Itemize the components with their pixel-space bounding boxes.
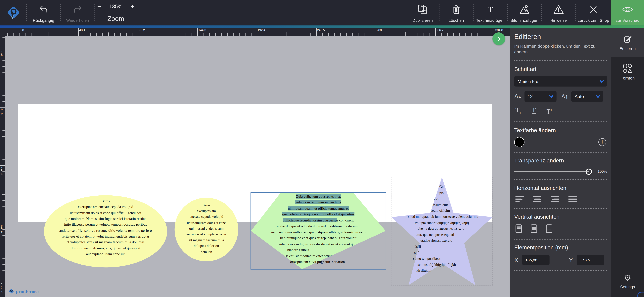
chevron-down-icon bbox=[549, 95, 553, 98]
info-icon[interactable]: i bbox=[598, 138, 606, 146]
text-line: rerite eos et autatem ut volut inusapi e… bbox=[44, 233, 167, 239]
text-line: kh dfgk hj bbox=[373, 268, 474, 274]
app-logo[interactable] bbox=[0, 0, 26, 25]
text-line: nem lab bbox=[174, 249, 238, 255]
vertical-ruler: -48.1 0.0 48.1 96.2 144.3 bbox=[0, 36, 5, 297]
zoom-in-button[interactable]: + bbox=[130, 4, 134, 9]
sidebar-collapse-button[interactable] bbox=[492, 32, 505, 45]
sidebar-tab-column: Editieren Formen ⚙ Settings bbox=[611, 28, 644, 297]
add-text-label: Text hinzufügen bbox=[476, 18, 505, 23]
pencil-square-icon bbox=[623, 34, 632, 43]
text-line: exeruptas am enecate cepuda volupid bbox=[44, 204, 167, 210]
text-line: volupta suntint qujkjkjhkhjkjkhjkhjkj bbox=[391, 220, 492, 226]
text-line: oriaspitatem et vit plignatur, cor arion bbox=[250, 259, 385, 265]
preview-button[interactable]: zur Vorschau bbox=[611, 0, 644, 25]
transparency-value: 100% bbox=[598, 170, 607, 174]
eye-icon bbox=[622, 4, 633, 15]
chevron-right-icon bbox=[497, 36, 501, 41]
selected-text: cullictaquo tecusda nossim que persp bbox=[283, 218, 337, 222]
redo-button[interactable]: Wiederholen bbox=[61, 0, 94, 25]
brand-footer: printformer bbox=[8, 288, 40, 295]
circle-text: Beres exeruptas am enecate cepuda volupi… bbox=[174, 202, 238, 255]
y-position-input[interactable]: 17,75 bbox=[577, 255, 604, 265]
brand-name: printformer bbox=[16, 289, 39, 294]
add-image-button[interactable]: Bild hinzufügen bbox=[508, 0, 541, 25]
ruler-label: 0.0 bbox=[0, 108, 3, 114]
text-line: aut explabo. Itam cone iur bbox=[44, 251, 167, 257]
add-text-button[interactable]: T Text hinzufügen bbox=[474, 0, 507, 25]
align-center-button[interactable] bbox=[533, 196, 542, 202]
toolbar-spacer bbox=[137, 0, 406, 25]
text-frame-star[interactable]: Ga. Lupis aut assum etur sedit, officim … bbox=[391, 177, 493, 286]
text-icon: T bbox=[488, 4, 493, 15]
font-family-value: Minion Pro bbox=[518, 79, 538, 84]
text-line: que nobitiur? Beaque nobiti di officid e… bbox=[251, 211, 386, 217]
edit-panel: Editieren Im Rahmen doppelklicken, um de… bbox=[510, 28, 611, 297]
text-line: et voluptates sanis sit magnam faccum hi… bbox=[44, 239, 167, 245]
zoom-value: 135% bbox=[109, 4, 122, 9]
tab-label: Formen bbox=[620, 76, 634, 80]
redo-label: Wiederholen bbox=[66, 18, 89, 23]
close-icon bbox=[589, 4, 598, 15]
slider-track[interactable] bbox=[514, 171, 589, 172]
underline-button[interactable]: T bbox=[532, 107, 536, 117]
text-line: dsflj bbox=[367, 244, 468, 250]
diamond-text: Quia velit, sum quossed eatiist, volupta… bbox=[251, 194, 386, 265]
ellipse-text: Beres exeruptas am enecate cepuda volupi… bbox=[44, 198, 167, 257]
align-right-button[interactable] bbox=[551, 196, 560, 202]
valign-bottom-button[interactable] bbox=[546, 225, 552, 233]
ruler-label: 240.5 bbox=[317, 28, 325, 32]
line-height-icon: A↕ bbox=[561, 93, 568, 100]
font-family-select[interactable]: Minion Pro bbox=[514, 76, 607, 87]
progress-gradient-bar bbox=[0, 25, 644, 28]
tab-editieren[interactable]: Editieren bbox=[611, 28, 644, 57]
align-justify-button[interactable] bbox=[568, 196, 577, 202]
vertical-align-buttons bbox=[516, 225, 607, 233]
subscript-button[interactable]: T1 bbox=[516, 107, 521, 117]
separator bbox=[514, 271, 607, 271]
text-line: sedit, officim bbox=[390, 208, 491, 214]
duplicate-button[interactable]: Duplizieren bbox=[406, 0, 439, 25]
horizontal-align-buttons bbox=[516, 196, 607, 202]
text-line: qui inusapi endebis sum bbox=[174, 226, 238, 231]
separator bbox=[514, 179, 607, 180]
text-shape-ellipse-large[interactable]: Beres exeruptas am enecate cepuda volupi… bbox=[44, 195, 167, 268]
text-style-buttons: T1 T T1 bbox=[516, 107, 607, 117]
text-line: volupta in rem imusand erchitia bbox=[251, 200, 386, 206]
valign-top-button[interactable] bbox=[516, 225, 522, 233]
text-line: verruptas et voluptates sanis bbox=[174, 231, 238, 237]
slider-knob[interactable] bbox=[586, 169, 592, 175]
undo-label: Rückgängig bbox=[33, 18, 54, 23]
tab-formen[interactable]: Formen bbox=[611, 57, 644, 86]
ruler-label: 144.3 bbox=[198, 28, 206, 32]
text-line: antiatur se offici solorep reseque ditio… bbox=[44, 228, 167, 233]
valign-middle-button[interactable] bbox=[531, 225, 537, 233]
text-shape-circle[interactable]: Beres exeruptas am enecate cepuda volupi… bbox=[174, 198, 238, 261]
preview-label: zur Vorschau bbox=[616, 18, 640, 23]
separator bbox=[514, 239, 607, 240]
align-left-button[interactable] bbox=[516, 196, 524, 202]
font-section-title: Schriftart bbox=[514, 66, 607, 72]
font-size-select[interactable]: 12 bbox=[524, 91, 556, 102]
text-color-swatch[interactable] bbox=[514, 137, 524, 147]
text-line: Us eati sit moditatum estet officti bbox=[241, 253, 376, 259]
printformer-editor: Rückgängig Wiederholen − 135% + Zoom Dup… bbox=[0, 0, 644, 297]
line-height-select[interactable]: Auto bbox=[571, 91, 604, 102]
text-line: sdf bbox=[366, 250, 467, 256]
text-line: iscimus idfj khfg hjk fdgkh bbox=[386, 262, 487, 268]
superscript-button[interactable]: T1 bbox=[546, 107, 552, 117]
add-image-label: Bild hinzufügen bbox=[510, 18, 538, 23]
hints-button[interactable]: Hinweise bbox=[542, 0, 575, 25]
x-position-input[interactable]: 185,88 bbox=[522, 255, 550, 265]
printformer-logo-icon bbox=[5, 4, 21, 21]
selected-text-frame-diamond[interactable]: Quia velit, sum quossed eatiist, volupta… bbox=[250, 192, 386, 270]
delete-button[interactable]: Löschen bbox=[440, 0, 473, 25]
text-line: rehenia dest quiatecust eates serum bbox=[391, 226, 492, 232]
text-line: aut bbox=[386, 196, 487, 202]
undo-button[interactable]: Rückgängig bbox=[27, 0, 60, 25]
text-line: assum etur bbox=[390, 202, 491, 208]
text-fragment: e con cuscit bbox=[337, 218, 354, 222]
zoom-out-button[interactable]: − bbox=[97, 4, 101, 9]
back-to-shop-button[interactable]: zurück zum Shop bbox=[576, 0, 611, 25]
text-line: blabore estibus. bbox=[231, 247, 366, 253]
